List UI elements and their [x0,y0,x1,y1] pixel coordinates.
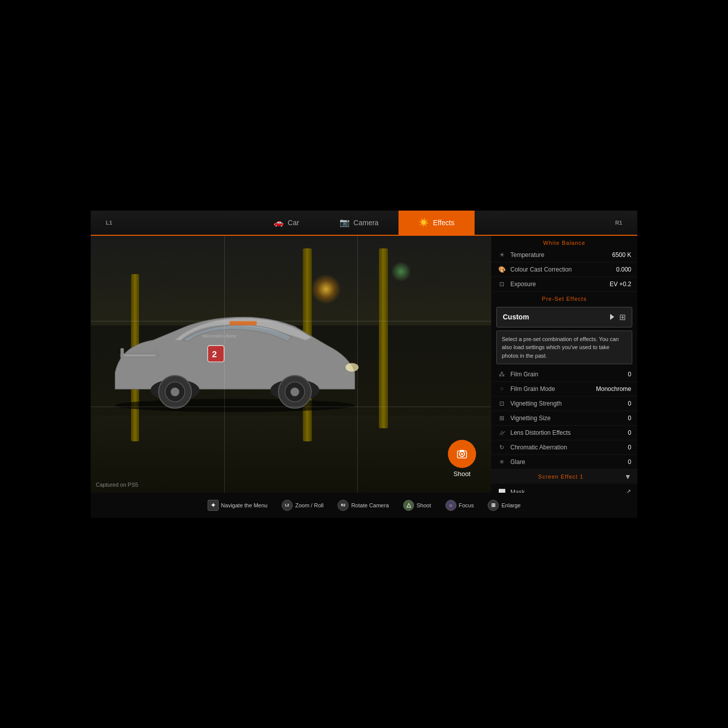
film-grain-label: Film Grain [510,371,628,378]
vignetting-size-row[interactable]: ⊞ Vignetting Size 0 [491,411,637,426]
colour-cast-icon: 🎨 [497,266,506,273]
ctrl-zoom-label: Zoom / Roll [295,502,323,508]
ctrl-navigate: ✦ Navigate the Menu [208,500,268,511]
tooltip-box: Select a pre-set combination of effects.… [496,330,632,365]
chromatic-aberration-icon: ↻ [497,444,506,451]
tab-car[interactable]: 🚗 Car [253,211,319,235]
svg-text:2: 2 [212,349,217,359]
vignetting-size-icon: ⊞ [497,415,506,422]
film-grain-mode-row[interactable]: ⁘ Film Grain Mode Monochrome [491,382,637,396]
svg-point-18 [461,453,463,455]
vignetting-strength-label: Vignetting Strength [510,400,628,407]
film-grain-value: 0 [628,371,631,378]
film-grain-mode-value: Monochrome [596,385,631,392]
cursor-arrow [610,314,615,320]
ctrl-zoom: L2 Zoom / Roll [282,500,323,511]
svg-rect-12 [229,321,256,325]
ctrl-rotate-btn: R2 [338,500,349,511]
car-svg: 2 Mercedes-Benz [99,292,371,421]
screen-effect-1-title: Screen Effect 1 [497,474,624,480]
glare-row[interactable]: ✳ Glare 0 [491,455,637,470]
lens-distortion-value: 0 [628,429,631,436]
colour-cast-label: Colour Cast Correction [510,266,616,273]
top-nav: L1 🚗 Car 📷 Camera ☀️ Effects R1 [91,211,637,236]
svg-point-9 [346,363,359,371]
car-icon: 🚗 [274,218,284,227]
film-grain-mode-label: Film Grain Mode [510,385,596,392]
ctrl-rotate-label: Rotate Camera [351,502,389,508]
effects-icon: ☀️ [419,218,429,227]
tab-car-label: Car [288,219,299,227]
ctrl-enlarge-btn: ⊞ [488,500,499,511]
ctrl-shoot: △ Shoot [403,500,431,511]
floor [91,416,491,493]
white-balance-header: White Balance [491,236,637,248]
vignetting-strength-row[interactable]: ⊡ Vignetting Strength 0 [491,396,637,411]
screen-effect-collapse-icon[interactable]: ▼ [624,473,631,481]
tooltip-text: Select a pre-set combination of effects.… [502,336,619,359]
ctrl-focus-label: Focus [459,502,474,508]
shoot-label: Shoot [453,470,471,478]
vignetting-strength-icon: ⊡ [497,400,506,407]
tab-camera[interactable]: 📷 Camera [319,211,399,235]
svg-rect-16 [155,348,158,359]
grid-icon: ⊞ [619,312,626,322]
glare-icon: ✳ [497,458,506,466]
film-grain-row[interactable]: ⁂ Film Grain 0 [491,367,637,382]
svg-rect-14 [120,354,159,357]
lens-distortion-label: Lens Distortion Effects [510,429,628,436]
preset-dropdown[interactable]: Custom ⊞ [496,307,632,327]
ctrl-rotate: R2 Rotate Camera [338,500,389,511]
mask-icon: ⬜ [497,489,506,493]
ctrl-navigate-label: Navigate the Menu [221,502,268,508]
tab-effects[interactable]: ☀️ Effects [399,211,475,235]
chromatic-aberration-value: 0 [628,444,631,451]
ps5-watermark: Captured on PS5 [96,482,138,488]
film-grain-icon: ⁂ [497,371,506,378]
colour-cast-row[interactable]: 🎨 Colour Cast Correction 0.000 [491,262,637,277]
ctrl-zoom-btn: L2 [282,500,293,511]
exposure-row[interactable]: ⊡ Exposure EV +0.2 [491,277,637,292]
ctrl-focus-btn: ○ [445,500,456,511]
mask-label: Mask [510,489,621,493]
lens-distortion-row[interactable]: ⌭ Lens Distortion Effects 0 [491,426,637,440]
temperature-label: Temperature [510,251,612,258]
preset-effects-header: Pre-Set Effects [491,292,637,304]
shoot-button[interactable]: Shoot [448,440,476,478]
vignetting-strength-value: 0 [628,400,631,407]
chromatic-aberration-label: Chromatic Aberration [510,444,628,451]
temperature-value: 6500 K [612,251,631,258]
bottom-bar: ✦ Navigate the Menu L2 Zoom / Roll R2 Ro… [91,493,637,518]
temperature-icon: ☀ [497,251,506,258]
main-content: 2 Mercedes-Benz Captured [91,236,637,493]
tab-camera-label: Camera [354,219,379,227]
temperature-row[interactable]: ☀ Temperature 6500 K [491,248,637,262]
garage-bg: 2 Mercedes-Benz [91,236,491,493]
chromatic-aberration-row[interactable]: ↻ Chromatic Aberration 0 [491,440,637,455]
svg-rect-15 [120,348,123,359]
screen-effect-1-section: Screen Effect 1 ▼ [491,470,637,484]
glare-value: 0 [628,458,631,466]
vignetting-size-value: 0 [628,415,631,422]
ctrl-focus: ○ Focus [445,500,474,511]
ctrl-shoot-label: Shoot [417,502,431,508]
trigger-l1[interactable]: L1 [106,220,112,226]
ctrl-shoot-btn: △ [403,500,414,511]
ctrl-enlarge: ⊞ Enlarge [488,500,520,511]
ctrl-enlarge-label: Enlarge [501,502,520,508]
camera-shoot-icon [456,448,468,460]
exposure-value: EV +0.2 [610,281,631,288]
shoot-circle-icon [448,440,476,468]
svg-text:Mercedes-Benz: Mercedes-Benz [202,333,236,338]
svg-point-8 [290,387,299,396]
lens-distortion-icon: ⌭ [497,429,506,436]
right-panel: White Balance ☀ Temperature 6500 K 🎨 Col… [491,236,637,493]
pillar-2 [379,248,388,428]
mask-row[interactable]: ⬜ Mask ⤢ [491,484,637,493]
ctrl-navigate-btn: ✦ [208,500,219,511]
preset-selected-label: Custom [503,313,610,321]
trigger-r1[interactable]: R1 [615,220,622,226]
vignetting-size-label: Vignetting Size [510,415,628,422]
light-2 [391,261,411,282]
film-grain-mode-icon: ⁘ [497,385,506,392]
